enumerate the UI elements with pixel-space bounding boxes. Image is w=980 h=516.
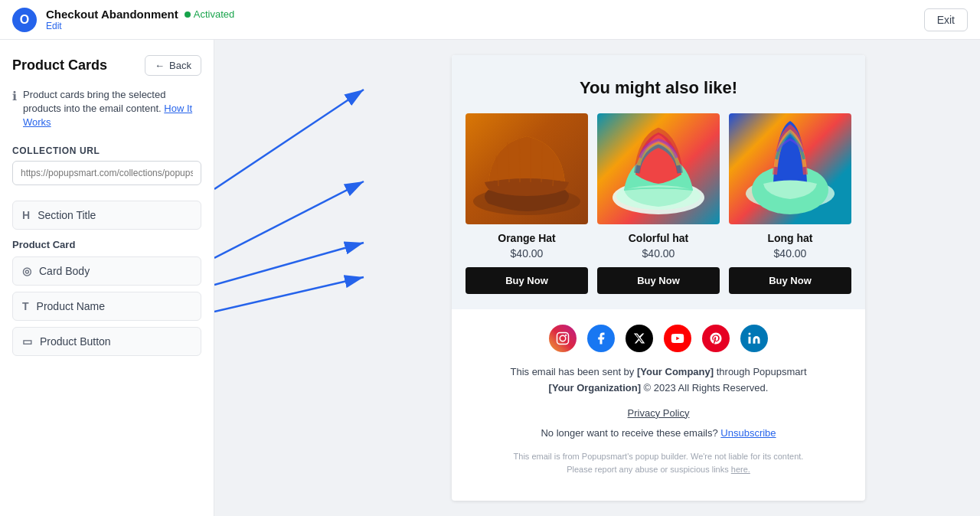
exit-button[interactable]: Exit	[924, 8, 968, 31]
button-icon: ▭	[22, 335, 32, 348]
collection-url-label: Collection URL	[12, 145, 201, 156]
section-title-item[interactable]: H Section Title	[12, 201, 201, 230]
product-card-3: Long hat $40.00 Buy Now	[729, 113, 851, 294]
status-badge: Activated	[185, 8, 234, 20]
products-grid: Orange Hat $40.00 Buy Now	[467, 113, 850, 294]
sidebar-title: Product Cards	[12, 57, 107, 73]
facebook-icon	[587, 325, 615, 352]
product-card-2: Colorful hat $40.00 Buy Now	[597, 113, 720, 294]
org-name: [Your Organization]	[549, 382, 641, 394]
buy-button-3[interactable]: Buy Now	[729, 267, 851, 294]
section-title-label: Section Title	[38, 209, 96, 221]
privacy-policy-link[interactable]: Privacy Policy	[628, 407, 690, 419]
svg-line-1	[214, 90, 364, 189]
footer-sent-by: This email has been sent by [Your Compan…	[467, 364, 850, 397]
svg-line-2	[214, 181, 364, 258]
svg-point-11	[560, 335, 566, 341]
sidebar: Product Cards ← Back ℹ Product cards bri…	[0, 40, 214, 516]
back-label: Back	[169, 60, 191, 71]
fine-print-link[interactable]: here.	[731, 465, 750, 474]
info-text: Product cards bring the selected product…	[23, 88, 201, 130]
topbar: O Checkout Abandonment Activated Edit Ex…	[0, 0, 980, 40]
unsubscribe-link[interactable]: Unsubscribe	[720, 427, 776, 439]
footer-fine-print: This email is from Popupsmart's popup bu…	[467, 450, 850, 475]
sidebar-header: Product Cards ← Back	[12, 55, 201, 76]
svg-rect-14	[749, 337, 751, 344]
product-card-1: Orange Hat $40.00 Buy Now	[466, 113, 588, 294]
edit-link[interactable]: Edit	[46, 21, 234, 31]
twitter-x-icon	[626, 325, 653, 352]
product-name-item[interactable]: T Product Name	[12, 292, 201, 321]
pinterest-icon	[702, 325, 730, 352]
instagram-icon	[549, 325, 577, 352]
svg-point-12	[565, 335, 567, 336]
company-name: [Your Company]	[637, 366, 714, 377]
text-icon: T	[22, 300, 29, 312]
buy-button-2[interactable]: Buy Now	[597, 267, 720, 294]
product-button-label: Product Button	[40, 335, 111, 348]
back-arrow-icon: ←	[155, 60, 165, 71]
collection-url-input[interactable]	[12, 161, 201, 185]
product-name-1: Orange Hat	[466, 232, 588, 244]
campaign-name: Checkout Abandonment	[46, 8, 178, 21]
main-layout: Product Cards ← Back ℹ Product cards bri…	[0, 40, 980, 516]
topbar-left: O Checkout Abandonment Activated Edit	[12, 8, 234, 32]
product-price-3: $40.00	[729, 247, 851, 260]
product-name-3: Long hat	[729, 232, 851, 244]
youtube-icon	[664, 325, 691, 352]
svg-line-4	[214, 277, 364, 312]
email-title: You might also like!	[467, 78, 850, 98]
product-price-2: $40.00	[597, 247, 720, 260]
product-name-label: Product Name	[37, 300, 105, 312]
linkedin-icon	[740, 325, 768, 352]
product-name-2: Colorful hat	[597, 232, 720, 244]
content-area: You might also like!	[214, 40, 980, 516]
social-icons	[467, 325, 850, 352]
info-row: ℹ Product cards bring the selected produ…	[12, 88, 201, 130]
card-body-item[interactable]: ◎ Card Body	[12, 256, 201, 286]
unsubscribe-row: No longer want to receive these emails? …	[467, 426, 850, 442]
status-dot	[185, 11, 191, 18]
product-card-section-label: Product Card	[12, 239, 201, 250]
back-button[interactable]: ← Back	[145, 55, 201, 76]
product-image-3	[729, 113, 851, 224]
svg-line-3	[214, 243, 364, 285]
heading-icon: H	[22, 209, 30, 221]
card-body-label: Card Body	[39, 265, 90, 277]
buy-button-1[interactable]: Buy Now	[466, 267, 588, 294]
product-price-1: $40.00	[466, 247, 588, 260]
svg-rect-10	[557, 333, 569, 345]
card-body-icon: ◎	[22, 265, 31, 277]
email-products-section: You might also like!	[452, 55, 865, 309]
svg-point-15	[749, 333, 751, 335]
logo: O	[12, 8, 37, 32]
product-button-item[interactable]: ▭ Product Button	[12, 327, 201, 356]
campaign-info: Checkout Abandonment Activated Edit	[46, 8, 234, 31]
product-image-2	[597, 113, 720, 224]
email-preview: You might also like!	[452, 55, 865, 501]
product-card-section: Product Card ◎ Card Body T Product Name …	[12, 239, 201, 356]
info-icon: ℹ	[12, 89, 17, 103]
product-image-1	[466, 113, 588, 224]
email-footer: This email has been sent by [Your Compan…	[452, 309, 865, 491]
